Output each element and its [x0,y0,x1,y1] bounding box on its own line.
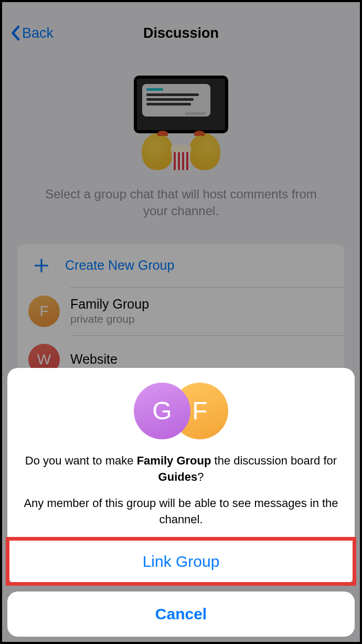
confirmation-warning: Any member of this group will be able to… [20,495,342,528]
chevron-left-icon [10,25,20,41]
avatar: F [28,295,60,327]
group-item-family[interactable]: F Family Group private group [18,287,344,335]
back-label: Back [22,25,54,41]
cancel-button[interactable]: Cancel [7,592,355,637]
link-group-button[interactable]: Link Group [7,539,355,584]
sheet-content: G F Do you want to make Family Group the… [7,368,355,584]
group-name: Family Group [70,297,149,312]
link-group-action-sheet: G F Do you want to make Family Group the… [7,368,355,637]
nav-header: Back Discussion [2,2,360,55]
group-name: Website [70,352,118,367]
group-list: Create New Group F Family Group private … [18,244,344,384]
page-title: Discussion [143,25,219,41]
description-text: Select a group chat that will host comme… [2,181,360,236]
avatar-channel: G [134,383,190,439]
back-button[interactable]: Back [10,25,54,41]
confirmation-question: Do you want to make Family Group the dis… [20,453,342,485]
create-new-group-label: Create New Group [65,258,174,273]
plus-icon [28,252,55,279]
group-subtitle: private group [70,313,149,325]
hero-illustration [2,55,360,181]
create-new-group-button[interactable]: Create New Group [18,244,344,287]
link-group-highlight: Link Group [7,539,355,584]
sheet-avatars: G F [20,383,342,440]
